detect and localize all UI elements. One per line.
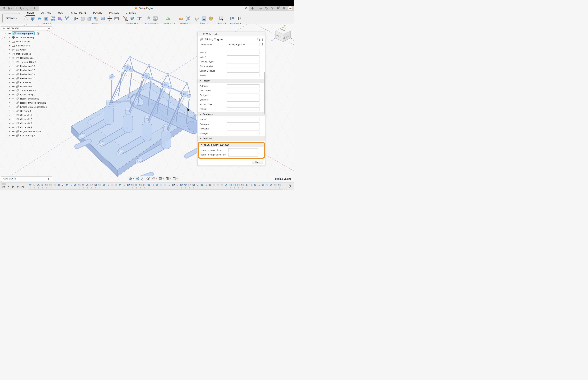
expand-chevron-icon[interactable] [8,114,10,116]
change-parameters-button[interactable] [114,15,119,22]
hole-button[interactable] [43,15,49,22]
expand-chevron-icon[interactable] [8,131,10,132]
data-panel-icon[interactable] [2,7,5,10]
new-component-button[interactable] [130,15,135,22]
expand-chevron-icon[interactable] [8,98,10,100]
tree-item-oil-pump-1[interactable]: Oil Pump:1 [1,109,73,113]
redo-icon[interactable] [26,7,29,10]
combine-button[interactable] [93,15,99,22]
timeline-feature-61-fillet[interactable] [273,183,277,189]
unit-of-measure-input[interactable] [227,69,260,73]
timeline-feature-59-fillet[interactable] [265,183,269,189]
display-caret-icon[interactable] [162,178,164,179]
project-input[interactable] [227,107,260,111]
pan-button[interactable] [141,177,144,180]
fit-caret-icon[interactable] [155,178,157,179]
ribbon-tab-solid[interactable]: SOLID [24,11,38,15]
part-number-menu-icon[interactable] [262,43,263,46]
tree-item-oil-candle-1[interactable]: Oil candle:1 [1,113,73,117]
create-form-button[interactable] [57,15,63,22]
timeline-feature-62-fillet[interactable] [277,183,281,189]
expand-chevron-icon[interactable] [8,69,10,71]
close-button[interactable]: Close [252,160,263,164]
tree-item-mechanism-1-5[interactable]: Mechanism 1:5 [1,76,73,80]
document-tab[interactable]: Stirling Engine [39,6,249,11]
comments-bar[interactable]: COMMENTS [1,176,52,181]
timeline-feature-23-component[interactable] [118,183,122,189]
visibility-eye-icon[interactable] [12,101,15,104]
timeline-feature-57-sketch[interactable] [257,183,261,189]
timeline-feature-28-fillet[interactable] [138,183,143,189]
visibility-eye-icon[interactable] [12,114,15,116]
timeline-feature-44-sketch[interactable] [204,183,208,189]
timeline-feature-55-sketch[interactable] [249,183,253,189]
visibility-off-icon[interactable] [12,57,15,59]
visibility-eye-icon[interactable] [12,85,15,88]
file-menu-icon[interactable] [7,7,10,10]
orbit-caret-icon[interactable] [133,178,134,179]
timeline-feature-25-extrude[interactable] [126,183,130,189]
timeline-feature-34-fillet[interactable] [163,183,167,189]
fit-button[interactable] [152,177,157,180]
timeline-feature-48-fillet[interactable] [220,183,224,189]
timeline-feature-41-extrude[interactable] [191,183,196,189]
visibility-eye-icon[interactable] [12,126,15,129]
timeline-feature-7-fillet[interactable] [53,183,57,189]
display-settings-button[interactable] [158,177,164,180]
display-toggle-icon[interactable] [257,38,261,41]
engineer-input[interactable] [227,98,260,102]
timeline-feature-29-joint[interactable] [143,183,147,189]
shell-button[interactable] [86,15,92,22]
expand-chevron-icon[interactable] [8,122,10,124]
browser-header[interactable]: BROWSER [1,26,52,30]
timeline-feature-42-move[interactable] [196,183,200,189]
construction-plane-button[interactable] [166,15,171,22]
visibility-eye-icon[interactable] [12,118,15,121]
manager-input[interactable] [227,132,260,135]
avatar[interactable]: AN [288,6,292,10]
viewports-caret-icon[interactable] [176,178,178,179]
play-icon[interactable] [12,185,15,188]
visibility-eye-icon[interactable] [12,105,15,108]
tree-item-named-views[interactable]: Named Views [1,39,73,43]
timeline-feature-15-chamfer[interactable] [85,183,90,189]
ribbon-tab-utilities[interactable]: UTILITIES [122,11,139,15]
stock-number-input[interactable] [227,65,260,68]
extrude-button[interactable] [30,15,36,22]
tree-item-motion-studies[interactable]: Motion Studies [1,52,73,56]
expand-chevron-icon[interactable] [8,77,10,79]
section-caret-icon[interactable] [201,144,203,146]
step-forward-icon[interactable] [16,185,19,188]
timeline-feature-8-component[interactable] [57,183,61,189]
vendor-input[interactable] [227,74,260,77]
timeline-settings-gear-icon[interactable] [288,184,292,188]
activate-component-radio[interactable] [37,32,40,35]
cost-center-input[interactable] [227,89,260,92]
properties-scrollbar[interactable] [264,72,265,114]
timeline-feature-10-component[interactable] [65,183,69,189]
pattern-button[interactable] [50,15,56,22]
section-header-project[interactable]: Project [198,78,265,83]
visibility-eye-icon[interactable] [12,73,15,76]
authority-input[interactable] [227,84,260,88]
adam-e-nagy-string-input[interactable] [228,149,258,152]
timeline-feature-27-stripes[interactable] [134,183,138,189]
product-line-input[interactable] [227,103,260,106]
timeline-feature-9-move[interactable] [61,183,65,189]
visibility-eye-icon[interactable] [12,93,15,96]
file-caret-icon[interactable] [11,8,12,9]
joint-button[interactable] [136,15,142,22]
timeline-feature-32-extrude[interactable] [155,183,159,189]
expand-chevron-icon[interactable] [8,86,10,87]
close-tab-icon[interactable] [245,7,247,9]
tree-item-oil-candle-4[interactable]: Oil candle:4 [1,125,73,129]
visibility-eye-icon[interactable] [12,130,15,133]
expand-chevron-icon[interactable] [8,57,10,59]
expand-chevron-icon[interactable] [8,53,10,55]
ribbon-tab-surface[interactable]: SURFACE [38,11,55,15]
note-2-input[interactable] [227,51,260,54]
note-3-input[interactable] [227,56,260,59]
help-icon[interactable] [282,7,285,10]
timeline-feature-1-component[interactable] [28,183,32,189]
visibility-eye-icon[interactable] [12,69,15,72]
